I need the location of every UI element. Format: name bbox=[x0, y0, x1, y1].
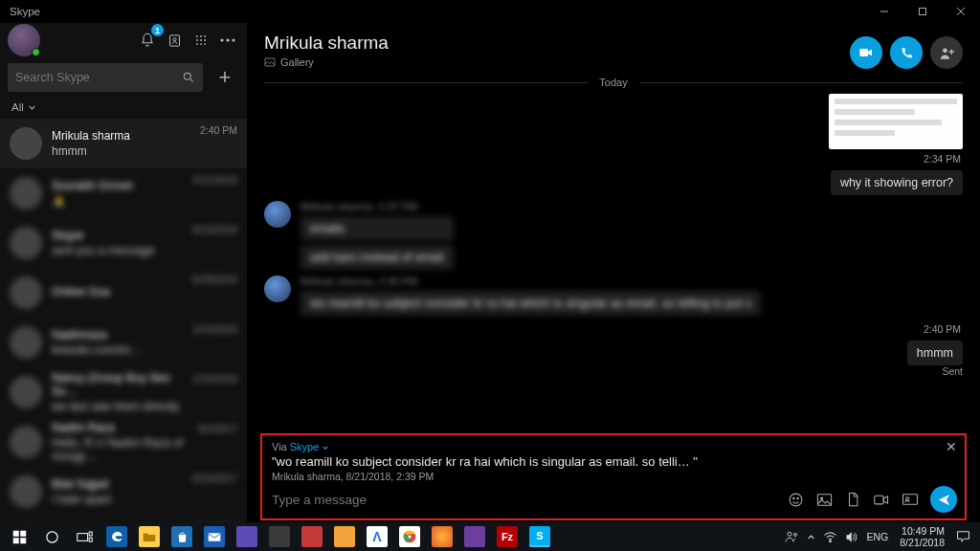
filter-label[interactable]: All bbox=[11, 101, 24, 113]
day-separator: Today bbox=[599, 77, 627, 88]
conv-preview: 🙏 bbox=[52, 194, 183, 208]
app-generic-1[interactable] bbox=[232, 522, 262, 551]
conv-time: 2/24/2018 bbox=[192, 323, 237, 335]
conversation-item[interactable]: manohar thakur6/15/2017 bbox=[0, 517, 247, 522]
add-participant-button[interactable] bbox=[930, 36, 963, 69]
quoted-meta: Mrikula sharma, 8/21/2018, 2:39 PM bbox=[272, 471, 957, 482]
message-in[interactable]: emails bbox=[301, 216, 454, 241]
dismiss-quote-button[interactable]: ✕ bbox=[946, 439, 957, 454]
dialpad-button[interactable] bbox=[188, 27, 214, 54]
tray-network[interactable] bbox=[823, 522, 837, 551]
attach-image-button[interactable] bbox=[815, 491, 833, 508]
msg-time: 2:40 PM bbox=[264, 323, 961, 335]
svg-point-18 bbox=[184, 73, 190, 79]
sender-avatar[interactable] bbox=[264, 201, 291, 228]
app-filezilla[interactable]: Fz bbox=[492, 522, 523, 551]
app-generic-5[interactable] bbox=[459, 522, 490, 551]
new-chat-button[interactable]: + bbox=[211, 63, 239, 92]
svg-rect-31 bbox=[903, 495, 918, 505]
app-edge[interactable] bbox=[101, 522, 132, 551]
tray-people[interactable] bbox=[784, 522, 799, 551]
svg-point-45 bbox=[788, 532, 791, 536]
message-in[interactable]: wo reamill ko subject consider kr ra hai… bbox=[301, 291, 761, 316]
conversation-item[interactable]: Nadimrazalinkedin.com/in/…2/24/2018 bbox=[0, 318, 247, 367]
titlebar: Skype bbox=[0, 0, 980, 23]
cortana-button[interactable] bbox=[36, 522, 67, 551]
svg-rect-34 bbox=[20, 530, 26, 536]
conversation-item[interactable]: Skypesent you a message8/19/2018 bbox=[0, 218, 247, 268]
via-link[interactable]: Skype bbox=[290, 441, 320, 452]
task-view-button[interactable] bbox=[69, 522, 100, 551]
more-button[interactable] bbox=[214, 27, 241, 54]
tray-action-center[interactable] bbox=[956, 522, 970, 551]
gallery-link[interactable]: Gallery bbox=[264, 56, 850, 68]
conv-name: Nadim Raza bbox=[52, 421, 189, 434]
svg-rect-33 bbox=[12, 530, 18, 536]
conv-preview: sent you a message bbox=[52, 244, 183, 257]
app-store[interactable] bbox=[167, 522, 197, 551]
svg-point-14 bbox=[204, 43, 206, 45]
message-input[interactable] bbox=[272, 489, 777, 511]
video-call-button[interactable] bbox=[850, 36, 882, 69]
tray-lang[interactable]: ENG bbox=[867, 522, 889, 551]
svg-rect-38 bbox=[77, 533, 87, 540]
emoji-button[interactable] bbox=[787, 491, 804, 508]
conv-avatar bbox=[10, 475, 42, 508]
conv-name: Bilal Sajjad bbox=[52, 477, 183, 491]
contact-card-button[interactable] bbox=[902, 491, 919, 508]
svg-point-17 bbox=[232, 38, 234, 41]
svg-rect-35 bbox=[12, 538, 18, 543]
my-avatar[interactable] bbox=[8, 24, 40, 56]
tray-volume[interactable] bbox=[845, 522, 859, 551]
message-out[interactable]: hmmm bbox=[907, 341, 963, 365]
minimize-button[interactable] bbox=[865, 0, 903, 23]
conversation-item[interactable]: Nancy (Group Buy Seo Su…we last saw them… bbox=[0, 367, 247, 417]
tray-clock[interactable]: 10:49 PM 8/21/2018 bbox=[896, 525, 948, 548]
conversation-list: Mrikula sharmahmmm2:40 PMSourabh Grover🙏… bbox=[0, 119, 247, 522]
image-message[interactable] bbox=[829, 94, 963, 149]
conversation-item[interactable]: Mrikula sharmahmmm2:40 PM bbox=[0, 119, 247, 168]
app-explorer[interactable] bbox=[134, 522, 165, 551]
app-generic-4[interactable] bbox=[329, 522, 360, 551]
msg-meta: Mrikula sharma, 2:37 PM bbox=[301, 201, 454, 212]
svg-point-6 bbox=[196, 35, 198, 37]
app-mail[interactable] bbox=[199, 522, 230, 551]
app-chrome[interactable] bbox=[394, 522, 425, 551]
svg-line-19 bbox=[189, 78, 192, 81]
video-message-button[interactable] bbox=[873, 491, 890, 508]
search-input[interactable] bbox=[15, 71, 182, 84]
notifications-button[interactable]: 1 bbox=[134, 27, 161, 54]
conversation-item[interactable]: Nadim RazaHello, R U Nadim Raza of mzogy… bbox=[0, 417, 247, 467]
conv-avatar bbox=[10, 426, 42, 458]
tray-expand[interactable] bbox=[807, 522, 815, 551]
audio-call-button[interactable] bbox=[890, 36, 923, 69]
svg-point-5 bbox=[172, 37, 175, 40]
search-field[interactable] bbox=[8, 63, 203, 92]
sender-avatar[interactable] bbox=[264, 276, 291, 302]
conv-preview: we last saw them directly bbox=[52, 400, 183, 413]
svg-rect-39 bbox=[89, 532, 92, 536]
message-in[interactable]: add karo instead of email bbox=[301, 245, 454, 270]
app-adwords[interactable]: Λ bbox=[362, 522, 392, 551]
conv-avatar bbox=[10, 227, 42, 259]
app-skype[interactable]: S bbox=[524, 522, 555, 551]
start-button[interactable] bbox=[4, 522, 34, 551]
conv-time: 8/2/2017 bbox=[198, 423, 237, 434]
compose-area: Via Skype "wo reamill ko subject conside… bbox=[260, 433, 967, 520]
svg-point-7 bbox=[200, 35, 202, 37]
close-button[interactable] bbox=[942, 0, 980, 23]
contacts-button[interactable] bbox=[161, 27, 188, 54]
app-generic-2[interactable] bbox=[264, 522, 295, 551]
conv-time: 8/19/2018 bbox=[192, 224, 237, 235]
sent-label: Sent bbox=[264, 365, 963, 377]
conversation-item[interactable]: Sourabh Grover🙏2/21/2018 bbox=[0, 168, 247, 218]
app-generic-3[interactable] bbox=[297, 522, 327, 551]
attach-file-button[interactable] bbox=[844, 491, 861, 508]
send-button[interactable] bbox=[930, 486, 957, 513]
maximize-button[interactable] bbox=[903, 0, 942, 23]
chat-pane: Mrikula sharma Gallery Today 2:3 bbox=[247, 23, 980, 522]
conversation-item[interactable]: Online Goa6/28/2018 bbox=[0, 268, 247, 318]
message-out[interactable]: why it showing error? bbox=[831, 170, 963, 195]
app-firefox[interactable] bbox=[427, 522, 457, 551]
conversation-item[interactable]: Bilal SajjadI hate spam8/24/2017 bbox=[0, 467, 247, 517]
